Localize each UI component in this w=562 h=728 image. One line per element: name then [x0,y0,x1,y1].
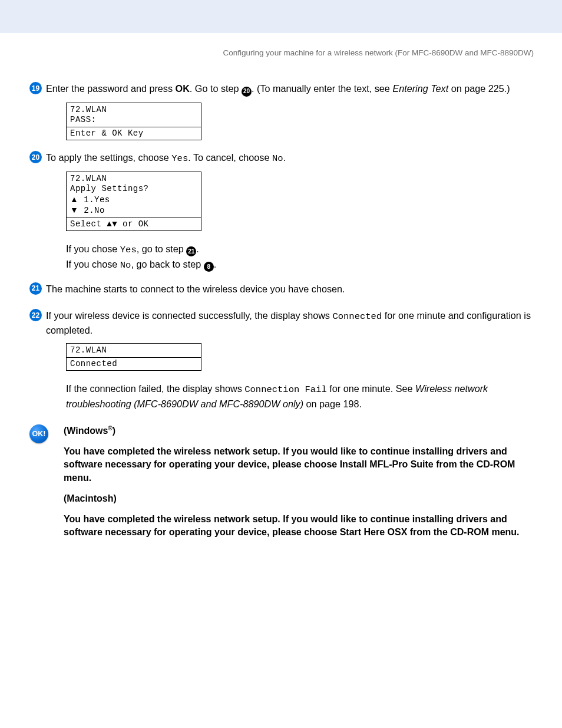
up-arrow-icon: ▲ [70,195,78,204]
lcd-display: 72.WLAN Connected [66,343,201,371]
lcd-footer: Connected [67,357,201,371]
ok-keyword: OK [176,83,190,94]
mono-value: No [120,260,131,271]
registered-icon: ® [108,425,112,431]
step21-text: The machine starts to connect to the wir… [46,282,534,296]
step-ref-icon: 20 [242,87,252,97]
step20-text: . [283,152,286,163]
lcd-line: ▲ 1.Yes [70,195,197,206]
lcd-footer: Enter & OK Key [67,127,201,140]
cross-ref-link[interactable]: Entering Text [392,83,448,94]
lcd-line: PASS: [70,115,197,126]
mono-value: Yes [171,153,188,164]
step-21: 21 The machine starts to connect to the … [46,282,534,296]
ok-section: OK! (Windows®) You have completed the wi… [46,424,534,546]
mono-value: Connected [332,311,382,322]
lcd-display: 72.WLAN PASS: Enter & OK Key [66,103,201,141]
mac-heading: (Macintosh) [64,492,534,506]
step19-text: . (To manually enter the text, see [252,83,392,94]
lcd-footer: Select ▲▼ or OK [67,218,201,231]
lcd-line: 72.WLAN [70,105,197,116]
step-number-icon: 22 [29,309,42,321]
step-ref-icon: 8 [204,262,214,272]
step20-text: To apply the settings, choose [46,152,171,163]
step-22: 22 If your wireless device is connected … [46,309,534,337]
step-number-icon: 21 [29,282,42,295]
windows-heading: (Windows®) [64,424,534,438]
step22-text: If your wireless device is connected suc… [46,310,332,321]
windows-body: You have completed the wireless network … [64,445,534,485]
lcd-line: 72.WLAN [70,345,197,356]
lcd-line: ▼ 2.No [70,205,197,216]
step-20: 20 To apply the settings, choose Yes. To… [46,151,534,165]
step-number-icon: 20 [29,151,42,163]
ok-badge-icon: OK! [29,424,48,443]
lcd-line: 72.WLAN [70,174,197,185]
mono-value: Yes [120,245,137,255]
running-header: Configuring your machine for a wireless … [46,33,534,82]
step-ref-icon: 21 [186,246,196,256]
step-number-icon: 19 [29,82,42,94]
top-band [0,0,562,33]
lcd-line: Apply Settings? [70,184,197,195]
mac-body: You have completed the wireless network … [64,513,534,539]
mono-value: No [272,153,283,164]
step-19: 19 Enter the password and press OK. Go t… [46,82,534,97]
step19-text: Enter the password and press [46,83,176,94]
step19-text: . Go to step [190,83,242,94]
lcd-display: 72.WLAN Apply Settings? ▲ 1.Yes ▼ 2.No S… [66,172,201,232]
down-arrow-icon: ▼ [70,205,78,215]
step19-text: on page 225.) [448,83,510,94]
step20-followup: If you chose Yes, go to step 21. If you … [66,242,534,273]
step20-text: . To cancel, choose [188,152,272,163]
mono-value: Connection Fail [244,384,327,395]
step22-fail: If the connection failed, the display sh… [66,381,534,411]
